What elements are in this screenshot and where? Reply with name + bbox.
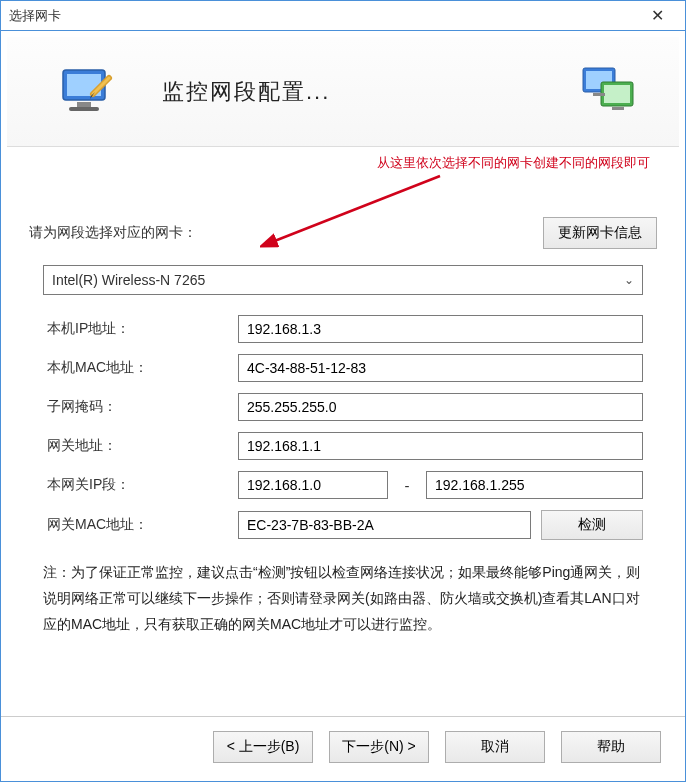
local-mac-label: 本机MAC地址： bbox=[43, 359, 238, 377]
svg-rect-2 bbox=[77, 102, 91, 107]
window-title: 选择网卡 bbox=[9, 7, 637, 25]
note-text: 注：为了保证正常监控，建议点击“检测”按钮以检查网络连接状况；如果最终能够Pin… bbox=[43, 560, 643, 638]
row-ip-range: 本网关IP段： - bbox=[43, 471, 643, 499]
local-ip-input[interactable] bbox=[238, 315, 643, 343]
prompt-label: 请为网段选择对应的网卡： bbox=[29, 224, 543, 242]
next-button[interactable]: 下一步(N) > bbox=[329, 731, 429, 763]
banner-title: 监控网段配置... bbox=[162, 77, 330, 107]
row-local-ip: 本机IP地址： bbox=[43, 315, 643, 343]
chevron-down-icon: ⌄ bbox=[624, 273, 634, 287]
adapter-select[interactable]: Intel(R) Wireless-N 7265 ⌄ bbox=[43, 265, 643, 295]
gateway-input[interactable] bbox=[238, 432, 643, 460]
ip-range-end-input[interactable] bbox=[426, 471, 643, 499]
help-button[interactable]: 帮助 bbox=[561, 731, 661, 763]
cancel-button[interactable]: 取消 bbox=[445, 731, 545, 763]
form-rows: 本机IP地址： 本机MAC地址： 子网掩码： bbox=[43, 315, 643, 540]
monitor-edit-icon bbox=[47, 52, 127, 132]
refresh-adapter-button[interactable]: 更新网卡信息 bbox=[543, 217, 657, 249]
dialog-window: 选择网卡 ✕ 监控网段配置... bbox=[0, 0, 686, 782]
svg-rect-12 bbox=[612, 107, 624, 110]
gateway-mac-label: 网关MAC地址： bbox=[43, 516, 238, 534]
content-area: 监控网段配置... 从这里依次选择不同的网卡创建不同的网段即可 bbox=[1, 31, 685, 781]
banner: 监控网段配置... bbox=[7, 37, 679, 147]
adapter-select-value: Intel(R) Wireless-N 7265 bbox=[52, 272, 205, 288]
close-icon[interactable]: ✕ bbox=[637, 2, 677, 30]
local-mac-input[interactable] bbox=[238, 354, 643, 382]
svg-rect-10 bbox=[604, 85, 630, 103]
back-button[interactable]: < 上一步(B) bbox=[213, 731, 313, 763]
svg-rect-11 bbox=[593, 93, 605, 96]
subnet-input[interactable] bbox=[238, 393, 643, 421]
row-local-mac: 本机MAC地址： bbox=[43, 354, 643, 382]
svg-rect-3 bbox=[69, 107, 99, 111]
titlebar: 选择网卡 ✕ bbox=[1, 1, 685, 31]
adapter-select-row: Intel(R) Wireless-N 7265 ⌄ bbox=[43, 265, 643, 295]
gateway-mac-input[interactable] bbox=[238, 511, 531, 539]
row-gateway: 网关地址： bbox=[43, 432, 643, 460]
detect-button[interactable]: 检测 bbox=[541, 510, 643, 540]
row-gateway-mac: 网关MAC地址： 检测 bbox=[43, 510, 643, 540]
row-subnet: 子网掩码： bbox=[43, 393, 643, 421]
gateway-label: 网关地址： bbox=[43, 437, 238, 455]
ip-range-start-input[interactable] bbox=[238, 471, 388, 499]
footer: < 上一步(B) 下一步(N) > 取消 帮助 bbox=[1, 716, 685, 781]
local-ip-label: 本机IP地址： bbox=[43, 320, 238, 338]
range-dash: - bbox=[398, 477, 416, 494]
monitor-network-icon bbox=[569, 52, 649, 132]
subnet-label: 子网掩码： bbox=[43, 398, 238, 416]
prompt-row: 请为网段选择对应的网卡： 更新网卡信息 bbox=[29, 217, 657, 249]
ip-range-label: 本网关IP段： bbox=[43, 476, 238, 494]
form-body: 请为网段选择对应的网卡： 更新网卡信息 Intel(R) Wireless-N … bbox=[1, 147, 685, 716]
